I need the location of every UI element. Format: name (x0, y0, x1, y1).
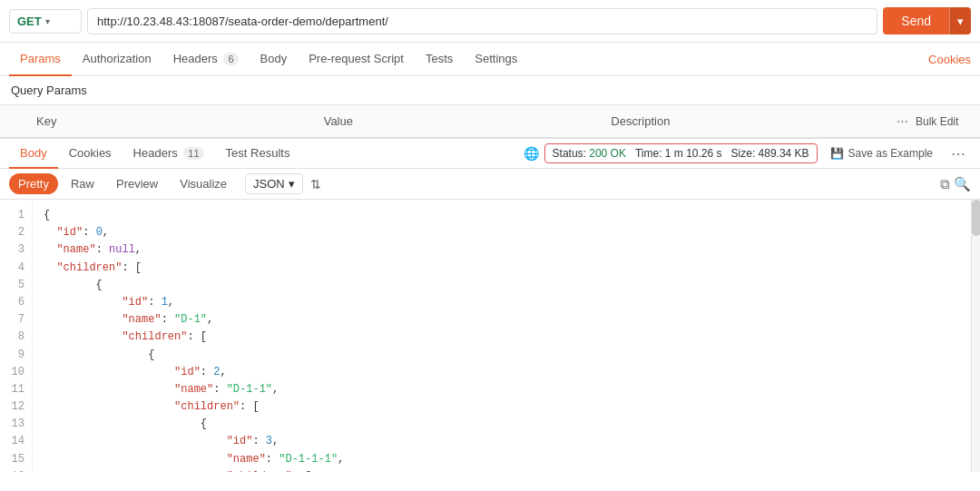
save-icon: 💾 (830, 147, 844, 160)
size-value: 489.34 KB (759, 147, 809, 160)
json-format-select[interactable]: JSON ▾ (245, 173, 303, 194)
url-input[interactable] (87, 8, 877, 34)
url-bar: GET ▾ Send ▾ (0, 0, 980, 43)
save-as-example-button[interactable]: 💾 Save as Example (823, 144, 940, 162)
checkbox-col (0, 111, 27, 132)
request-tabs-row: Params Authorization Headers 6 Body Pre-… (0, 43, 980, 76)
more-icon[interactable]: ⋯ (897, 114, 908, 128)
status-code: 200 OK (589, 147, 626, 160)
status-area: 🌐 Status: 200 OK Time: 1 m 10.26 s Size:… (524, 143, 971, 163)
size-label: Size: 489.34 KB (731, 147, 809, 160)
tab-authorization[interactable]: Authorization (72, 43, 162, 76)
filter-icon[interactable]: ⇅ (310, 177, 321, 191)
tab-headers[interactable]: Headers 6 (162, 43, 250, 76)
fmt-tab-pretty[interactable]: Pretty (9, 173, 58, 194)
send-dropdown-button[interactable]: ▾ (949, 7, 971, 34)
tab-body[interactable]: Body (250, 43, 299, 76)
fmt-tab-raw[interactable]: Raw (62, 173, 103, 194)
send-button-group: Send ▾ (883, 7, 971, 34)
globe-icon[interactable]: 🌐 (524, 146, 539, 161)
bulk-edit-button[interactable]: Bulk Edit (916, 115, 958, 128)
scrollbar-thumb[interactable] (972, 200, 980, 236)
resp-more-icon[interactable]: ⋯ (946, 145, 971, 162)
method-select[interactable]: GET ▾ (9, 9, 82, 34)
tab-params[interactable]: Params (9, 43, 72, 76)
format-bar: Pretty Raw Preview Visualize JSON ▾ ⇅ ⧉ … (0, 169, 980, 200)
tab-settings[interactable]: Settings (464, 43, 528, 76)
resp-tab-body[interactable]: Body (9, 139, 58, 169)
line-numbers: 12345 678910 1112131415 16171819 (0, 200, 33, 472)
response-tabs-row: Body Cookies Headers 11 Test Results 🌐 S… (0, 138, 980, 169)
key-col-header: Key (27, 111, 315, 132)
resp-tab-test-results[interactable]: Test Results (215, 139, 301, 169)
table-actions: ⋯ Bulk Edit (889, 111, 980, 132)
status-badge: Status: 200 OK Time: 1 m 10.26 s Size: 4… (544, 143, 818, 163)
resp-headers-badge: 11 (183, 147, 203, 160)
fmt-tab-visualize[interactable]: Visualize (171, 173, 236, 194)
method-label: GET (17, 15, 42, 28)
json-chevron-icon: ▾ (289, 177, 295, 191)
tab-tests[interactable]: Tests (415, 43, 464, 76)
fmt-tab-preview[interactable]: Preview (107, 173, 167, 194)
send-button[interactable]: Send (883, 7, 949, 34)
query-params-header: Query Params (0, 76, 980, 104)
scrollbar-track[interactable] (971, 200, 980, 472)
copy-icon[interactable]: ⧉ (940, 176, 950, 192)
cookies-link[interactable]: Cookies (928, 44, 971, 75)
resp-tab-headers[interactable]: Headers 11 (122, 139, 215, 169)
json-label: JSON (253, 177, 285, 191)
json-body: { "id": 0, "name": null, "children": [ {… (33, 200, 971, 472)
search-icon[interactable]: 🔍 (954, 176, 971, 192)
tab-pre-request-script[interactable]: Pre-request Script (298, 43, 415, 76)
value-col-header: Value (315, 111, 603, 132)
chevron-down-icon: ▾ (45, 16, 50, 26)
status-label: Status: 200 OK (553, 147, 626, 160)
params-table-header: Key Value Description ⋯ Bulk Edit (0, 104, 980, 138)
headers-badge: 6 (223, 53, 238, 65)
json-content-area: 12345 678910 1112131415 16171819 { "id":… (0, 200, 980, 472)
description-col-header: Description (602, 111, 889, 132)
time-value: 1 m 10.26 s (665, 147, 722, 160)
resp-tab-cookies[interactable]: Cookies (58, 139, 122, 169)
time-label: Time: 1 m 10.26 s (635, 147, 722, 160)
